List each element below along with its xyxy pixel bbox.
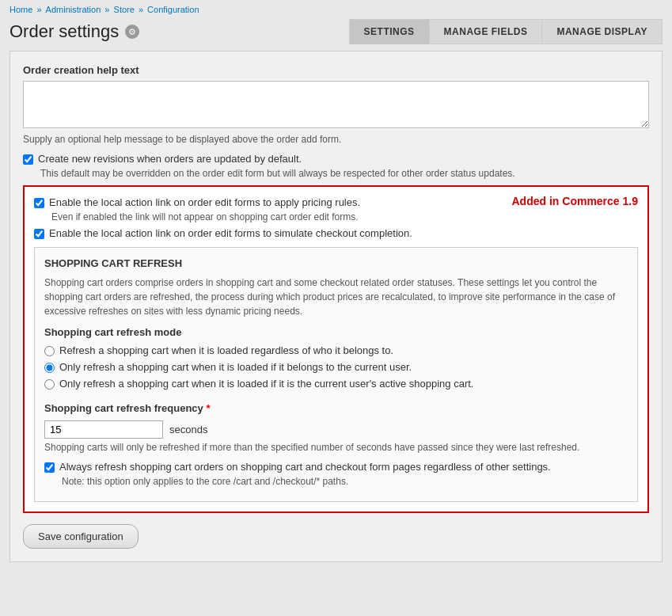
- always-refresh-label: Always refresh shopping cart orders on s…: [59, 461, 551, 473]
- main-content: Order creation help text Supply an optio…: [9, 51, 663, 562]
- page-title: Order settings ⚙: [9, 21, 139, 42]
- freq-help: Shopping carts will only be refreshed if…: [44, 442, 628, 453]
- breadcrumb-current: Configuration: [147, 5, 199, 14]
- radio-row-active: Only refresh a shopping cart when it is …: [44, 378, 628, 390]
- always-refresh-subhelp: Note: this option only applies to the co…: [62, 476, 628, 487]
- radio-label-active: Only refresh a shopping cart when it is …: [59, 378, 473, 390]
- enable-simulate-label: Enable the local action link on order ed…: [49, 227, 412, 239]
- radio-refresh-all[interactable]: [44, 346, 55, 356]
- shopping-cart-refresh-box: SHOPPING CART REFRESH Shopping cart orde…: [34, 247, 638, 502]
- order-creation-help: Supply an optional help message to be di…: [23, 134, 649, 145]
- enable-pricing-label: Enable the local action link on order ed…: [49, 196, 360, 208]
- refresh-freq-label: Shopping cart refresh frequency *: [44, 402, 628, 414]
- breadcrumb-home[interactable]: Home: [9, 5, 32, 14]
- enable-pricing-checkbox[interactable]: [34, 198, 44, 208]
- enable-simulate-row: Enable the local action link on order ed…: [34, 227, 638, 239]
- added-badge: Added in Commerce 1.9: [512, 195, 639, 207]
- breadcrumb-sep-1: »: [36, 5, 44, 14]
- create-revisions-checkbox[interactable]: [23, 154, 33, 165]
- page-wrapper: Home » Administration » Store » Configur…: [0, 0, 672, 562]
- radio-label-all: Refresh a shopping cart when it is loade…: [59, 344, 393, 356]
- breadcrumb: Home » Administration » Store » Configur…: [0, 0, 672, 16]
- frequency-input[interactable]: [44, 420, 163, 439]
- shopping-cart-refresh-desc: Shopping cart orders comprise orders in …: [44, 276, 628, 318]
- freq-unit: seconds: [169, 424, 207, 435]
- enable-pricing-subhelp: Even if enabled the link will not appear…: [51, 211, 638, 222]
- tabs-row: SETTINGS MANAGE FIELDS MANAGE DISPLAY: [349, 19, 663, 44]
- radio-row-all: Refresh a shopping cart when it is loade…: [44, 344, 628, 356]
- radio-refresh-active[interactable]: [44, 379, 55, 390]
- tab-manage-display[interactable]: MANAGE DISPLAY: [542, 19, 663, 44]
- save-configuration-button[interactable]: Save configuration: [23, 524, 139, 549]
- breadcrumb-sep-2: »: [104, 5, 112, 14]
- tab-manage-fields[interactable]: MANAGE FIELDS: [430, 19, 543, 44]
- order-creation-label: Order creation help text: [23, 64, 649, 76]
- create-revisions-label: Create new revisions when orders are upd…: [38, 153, 302, 165]
- gear-icon[interactable]: ⚙: [125, 25, 139, 39]
- always-refresh-row: Always refresh shopping cart orders on s…: [44, 461, 628, 473]
- create-revisions-subhelp: This default may be overridden on the or…: [40, 168, 649, 179]
- shopping-cart-refresh-title: SHOPPING CART REFRESH: [44, 257, 628, 269]
- radio-refresh-current-user[interactable]: [44, 363, 55, 373]
- radio-label-current-user: Only refresh a shopping cart when it is …: [59, 361, 412, 373]
- refresh-mode-label: Shopping cart refresh mode: [44, 326, 628, 338]
- breadcrumb-admin[interactable]: Administration: [46, 5, 101, 14]
- enable-simulate-checkbox[interactable]: [34, 229, 44, 239]
- always-refresh-checkbox[interactable]: [44, 462, 55, 473]
- header-row: Order settings ⚙ SETTINGS MANAGE FIELDS …: [0, 16, 672, 51]
- tab-settings[interactable]: SETTINGS: [349, 19, 430, 44]
- breadcrumb-store[interactable]: Store: [114, 5, 135, 14]
- breadcrumb-sep-3: »: [139, 5, 146, 14]
- freq-row: seconds: [44, 420, 628, 439]
- red-bordered-section: Added in Commerce 1.9 Enable the local a…: [23, 185, 649, 513]
- create-revisions-row: Create new revisions when orders are upd…: [23, 153, 649, 165]
- radio-row-current-user: Only refresh a shopping cart when it is …: [44, 361, 628, 373]
- enable-pricing-row: Enable the local action link on order ed…: [34, 196, 512, 208]
- order-creation-textarea[interactable]: [23, 81, 649, 128]
- required-star: *: [206, 402, 210, 414]
